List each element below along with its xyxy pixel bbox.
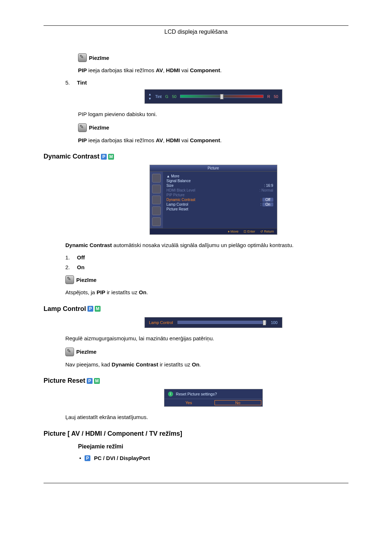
- yes-button: Yes: [164, 399, 213, 406]
- note-row: Piezīme: [78, 123, 348, 132]
- page: LCD displeja regulēšana Piezīme PIP ieej…: [0, 0, 392, 516]
- tint-r-val: 50: [274, 94, 278, 99]
- row-l: PIP Picture: [167, 193, 185, 197]
- sep: vai: [180, 137, 190, 143]
- num: 1.: [65, 254, 72, 260]
- badge-m-icon: M: [94, 378, 100, 384]
- dc-rest: automātiski nosaka vizuālā signāla dalīj…: [112, 242, 293, 248]
- row-l: Picture Reset: [167, 207, 188, 211]
- component-bold: Component: [190, 137, 220, 143]
- row-l: Signal Balance: [167, 179, 191, 183]
- tint-slider: [180, 95, 264, 98]
- lbl: Enter: [247, 230, 255, 233]
- osd-row: Lamp Control: On: [167, 202, 273, 207]
- osd-lamp-label: Lamp Control: [149, 320, 173, 325]
- note-label: Piezīme: [76, 349, 97, 355]
- txt: Atspējots, ja: [65, 289, 97, 295]
- colon: :: [261, 202, 262, 206]
- footer-rule: [44, 483, 348, 483]
- end: .: [220, 67, 222, 73]
- lbl: Move: [230, 230, 238, 233]
- more-label: ▲ More: [167, 174, 179, 178]
- bullet-icon: [79, 457, 81, 459]
- dynamic-contrast-heading: Dynamic Contrast P M: [44, 153, 348, 160]
- dc-bold: Dynamic Contrast: [112, 361, 158, 368]
- on-label: On: [77, 264, 85, 270]
- badge-p-icon: P: [87, 306, 93, 312]
- note3-text: Atspējots, ja PIP ir iestatīts uz On.: [65, 288, 348, 296]
- menu-icon: [152, 174, 161, 182]
- row-l: Lamp Control: [167, 202, 188, 206]
- lbl: Return: [264, 230, 274, 233]
- osd-menu-title: Picture: [150, 165, 277, 172]
- heading-text: Picture Reset: [44, 377, 85, 385]
- note-label: Piezīme: [89, 124, 109, 131]
- tint-label: Tint: [77, 79, 87, 86]
- dc-bold: Dynamic Contrast: [65, 242, 112, 248]
- osd-picture-menu: Picture ▲ More Signal Balance Size: 16:9…: [150, 165, 277, 235]
- txt: ieeja darbojas tikai režīmos: [87, 67, 156, 73]
- pip-bold: PIP: [78, 137, 87, 143]
- picture-reset-heading: Picture ResetPM: [44, 377, 348, 385]
- sep: vai: [180, 67, 190, 73]
- num: 2.: [65, 264, 72, 270]
- osd-lamp: Lamp Control 100: [144, 317, 282, 328]
- on-bold: On: [139, 289, 147, 295]
- tint-g: G: [165, 94, 168, 99]
- pip-bold: PIP: [97, 289, 105, 295]
- note-icon: [78, 123, 87, 132]
- pip-bold: PIP: [78, 67, 87, 73]
- osd-row: Size: 16:9: [167, 183, 273, 188]
- osd-lamp-value: 100: [271, 320, 277, 325]
- menu-icon: [152, 185, 161, 193]
- note-icon: [65, 275, 74, 284]
- menu-icon: [152, 217, 161, 226]
- component-bold: Component: [190, 67, 220, 73]
- slider-handle-icon: [220, 94, 224, 99]
- row-l: Size: [167, 184, 173, 188]
- note-row: Piezīme: [78, 53, 348, 62]
- end: .: [220, 137, 222, 143]
- note-label: Piezīme: [76, 277, 97, 283]
- tint-r: R: [267, 94, 270, 99]
- osd-footer-return: ↺ Return: [260, 230, 274, 233]
- note4-text: Nav pieejams, kad Dynamic Contrast ir ie…: [65, 361, 348, 369]
- txt: ir iestatīts uz: [158, 361, 192, 368]
- av-bold: AV: [156, 67, 163, 73]
- dc-desc-block: Dynamic Contrast automātiski nosaka vizu…: [44, 241, 348, 296]
- bullet-row: P PC / DVI / DisplayPort: [79, 455, 348, 461]
- osd-row-dim: PIP Picture: [167, 193, 273, 197]
- dc-desc: Dynamic Contrast automātiski nosaka vizu…: [65, 241, 348, 249]
- lamp-slider: [177, 321, 267, 324]
- osd-reset-question: i Reset Picture settings?: [164, 389, 262, 399]
- lamp-desc: Regulē aizmugurgaismojumu, lai mazinātu …: [65, 335, 348, 342]
- hdmi-bold: HDMI: [166, 137, 180, 143]
- note-icon: [78, 53, 87, 62]
- osd-row-selected: Dynamic Contrast: Off: [167, 197, 273, 202]
- lamp-desc-block: Regulē aizmugurgaismojumu, lai mazinātu …: [44, 335, 348, 369]
- osd-tint-label: Tint: [155, 94, 162, 99]
- txt: ieeja darbojas tikai režīmos: [87, 137, 156, 143]
- dc-list1: 1. Off: [65, 254, 348, 260]
- osd-menu-list: ▲ More Signal Balance Size: 16:9 HDMI Bl…: [163, 172, 277, 228]
- row-l: HDMI Black Level: [167, 188, 195, 192]
- tint-g-val: 50: [172, 94, 176, 99]
- tint-desc-block: PIP logam pievieno dabisku toni. Piezīme…: [44, 110, 348, 144]
- row-r: On: [262, 202, 273, 206]
- picture-mode-block: Pieejamie režīmi P PC / DVI / DisplayPor…: [44, 443, 348, 461]
- row-r: : Normal: [260, 188, 273, 192]
- note-row: Piezīme: [65, 348, 348, 356]
- bullet-text: PC / DVI / DisplayPort: [94, 455, 150, 461]
- header-rule: [44, 25, 348, 26]
- badge-m-icon: M: [108, 154, 114, 160]
- hdmi-bold: HDMI: [166, 67, 180, 73]
- osd-lamp-row: Lamp Control 100: [149, 320, 278, 325]
- dc-list2: 2. On: [65, 264, 348, 270]
- on-bold: On: [192, 361, 199, 368]
- list-number: 5.: [65, 79, 72, 86]
- list-item: 5. Tint: [65, 79, 348, 86]
- osd-sidebar-icons: [150, 172, 163, 228]
- osd-reset-buttons: Yes No: [164, 399, 262, 406]
- note2-text: PIP ieeja darbojas tikai režīmos AV, HDM…: [78, 136, 348, 144]
- osd-reset-dialog: i Reset Picture settings? Yes No: [164, 389, 263, 407]
